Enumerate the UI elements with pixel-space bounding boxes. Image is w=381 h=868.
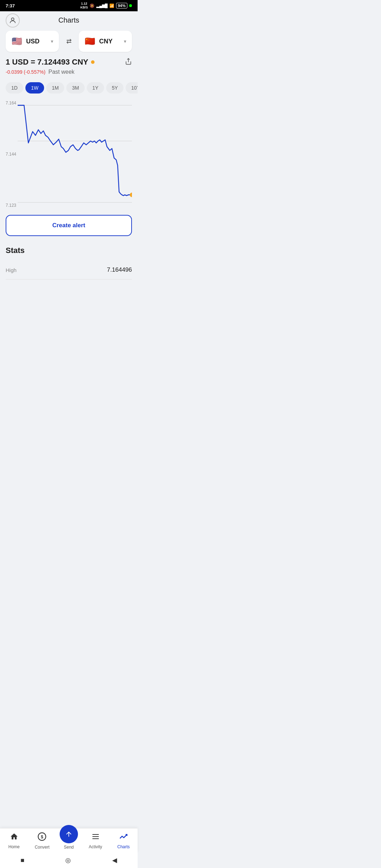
period-tab-1m[interactable]: 1M xyxy=(46,82,64,94)
create-alert-button[interactable]: Create alert xyxy=(6,215,132,236)
status-time: 7:37 xyxy=(6,3,15,8)
swap-button[interactable]: ⇄ xyxy=(62,35,75,48)
to-flag: 🇨🇳 xyxy=(84,36,96,47)
period-tab-1w[interactable]: 1W xyxy=(25,82,44,94)
period-tabs: 1D1W1M3M1Y5Y10Y xyxy=(0,78,138,98)
status-bar: 7:37 1.12KB/S 🔕 ▂▄▆█ 📶 94% xyxy=(0,0,138,11)
wifi-icon: 📶 xyxy=(109,4,114,8)
mute-icon: 🔕 xyxy=(90,4,95,8)
stats-section: Stats High 7.164496 xyxy=(0,240,138,279)
period-tab-1y[interactable]: 1Y xyxy=(87,82,104,94)
share-button[interactable] xyxy=(125,58,132,67)
to-code: CNY xyxy=(99,38,120,45)
rate-value: 1 USD = 7.124493 CNY xyxy=(6,58,88,67)
chart-area: 7.164 7.144 7.123 xyxy=(0,98,138,211)
chart-label-mid: 7.144 xyxy=(6,152,16,157)
network-speed: 1.12KB/S xyxy=(80,2,88,10)
to-currency-selector[interactable]: 🇨🇳 CNY ▾ xyxy=(79,31,132,52)
to-chevron-icon: ▾ xyxy=(124,38,126,44)
avatar-button[interactable] xyxy=(6,13,20,28)
period-tab-10y[interactable]: 10Y xyxy=(126,82,138,94)
stats-high-item: High 7.164496 xyxy=(6,261,132,279)
period-tab-3m[interactable]: 3M xyxy=(66,82,84,94)
from-code: USD xyxy=(26,38,47,45)
signal-icon: ▂▄▆█ xyxy=(96,4,108,8)
period-tab-1d[interactable]: 1D xyxy=(6,82,23,94)
rate-section: 1 USD = 7.124493 CNY -0.0399 (-0.557%) P… xyxy=(0,52,138,78)
stats-title: Stats xyxy=(6,246,132,255)
chart-label-low: 7.123 xyxy=(6,203,16,208)
period-tab-5y[interactable]: 5Y xyxy=(106,82,123,94)
from-flag: 🇺🇸 xyxy=(11,36,23,47)
svg-point-0 xyxy=(11,18,14,20)
stats-high-value: 7.164496 xyxy=(107,266,132,273)
page-title: Charts xyxy=(59,16,79,24)
rate-change-value: -0.0399 (-0.557%) xyxy=(6,69,46,75)
chart-svg xyxy=(18,98,132,211)
rate-change-row: -0.0399 (-0.557%) Past week xyxy=(6,69,132,75)
from-currency-selector[interactable]: 🇺🇸 USD ▾ xyxy=(6,31,59,52)
chart-label-high: 7.164 xyxy=(6,101,16,106)
rate-live-dot xyxy=(91,60,95,64)
chart-svg-wrapper xyxy=(18,98,132,211)
currency-section: 🇺🇸 USD ▾ ⇄ 🇨🇳 CNY ▾ xyxy=(0,31,138,52)
rate-main: 1 USD = 7.124493 CNY xyxy=(6,58,132,67)
header: Charts xyxy=(0,11,138,29)
currency-row: 🇺🇸 USD ▾ ⇄ 🇨🇳 CNY ▾ xyxy=(6,31,132,52)
active-dot xyxy=(129,4,132,7)
chart-y-labels: 7.164 7.144 7.123 xyxy=(6,98,16,211)
status-right: 1.12KB/S 🔕 ▂▄▆█ 📶 94% xyxy=(80,2,132,10)
rate-period: Past week xyxy=(48,69,74,75)
battery-icon: 94% xyxy=(116,3,127,8)
chart-end-dot xyxy=(130,193,132,197)
from-chevron-icon: ▾ xyxy=(51,38,53,44)
stats-high-label: High xyxy=(6,267,17,273)
